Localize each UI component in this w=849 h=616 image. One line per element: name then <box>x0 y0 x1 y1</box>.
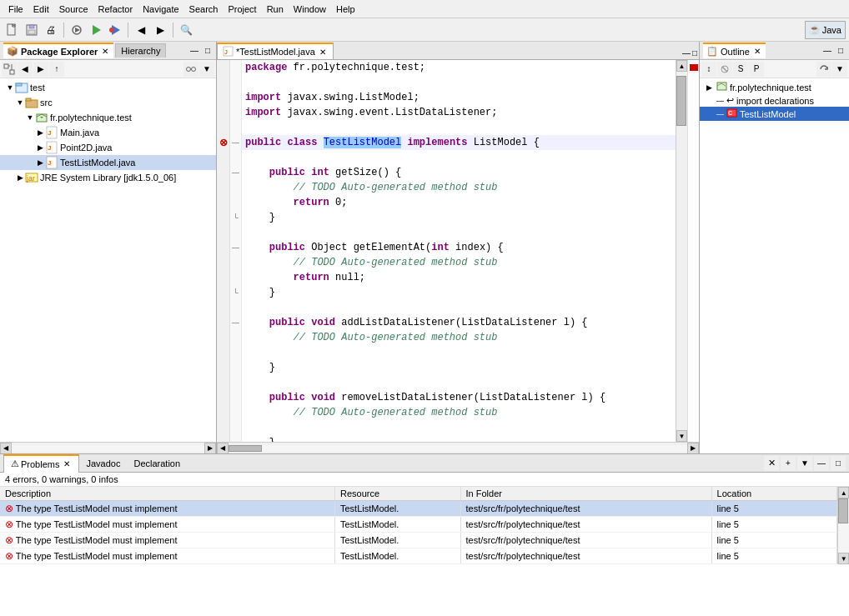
fold-16[interactable]: └ <box>230 285 241 300</box>
fold-13[interactable]: — <box>230 240 241 255</box>
editor-tab-testlistmodel[interactable]: J *TestListModel.java ✕ <box>217 43 334 59</box>
fold-11[interactable]: └ <box>230 210 241 225</box>
build-button[interactable] <box>68 21 86 39</box>
problems-collapse-btn[interactable]: ▼ <box>797 456 812 471</box>
minimize-left-btn[interactable]: — <box>188 45 201 56</box>
menu-navigate[interactable]: Navigate <box>138 3 183 16</box>
scroll-left-btn[interactable]: ◀ <box>0 443 12 454</box>
tree-item-jre[interactable]: ▶ jar JRE System Library [jdk1.5.0_06] <box>0 170 216 185</box>
problems-vscroll[interactable]: ▲ ▼ <box>837 487 849 564</box>
outline-item-imports[interactable]: — ↩ import declarations <box>700 94 849 107</box>
fold-marker-13[interactable]: — <box>232 243 239 252</box>
new-button[interactable] <box>3 21 22 39</box>
tree-expand-test[interactable]: ▼ <box>5 83 15 92</box>
left-panel-hscroll[interactable]: ◀ ▶ <box>0 442 216 453</box>
package-explorer-close[interactable]: ✕ <box>100 47 110 56</box>
outline-hide-non-public-btn[interactable]: P <box>749 62 764 77</box>
tree-item-point2d[interactable]: ▶ J Point2D.java <box>0 140 216 155</box>
editor-minimize-btn[interactable]: — <box>682 48 691 58</box>
col-in-folder[interactable]: In Folder <box>460 487 711 501</box>
forward-button[interactable]: ▶ <box>151 21 169 39</box>
bottom-minimize-btn[interactable]: — <box>814 456 829 471</box>
outline-menu-btn[interactable]: ▼ <box>832 62 847 77</box>
tree-arrow-point2d[interactable]: ▶ <box>35 143 45 152</box>
package-explorer-tab[interactable]: 📦 Package Explorer ✕ <box>3 43 113 58</box>
up-nav-btn[interactable]: ↑ <box>49 62 64 77</box>
fold-8[interactable]: — <box>230 165 241 180</box>
problems-tab-close[interactable]: ✕ <box>62 459 72 468</box>
back-button[interactable]: ◀ <box>132 21 150 39</box>
fold-6[interactable]: — <box>230 135 241 150</box>
print-button[interactable]: 🖨 <box>42 21 60 39</box>
menu-file[interactable]: File <box>3 3 28 16</box>
forward-nav-btn[interactable]: ▶ <box>33 62 48 77</box>
outline-sync-btn[interactable] <box>816 62 831 77</box>
tree-item-package[interactable]: ▼ fr.polytechnique.test <box>0 110 216 125</box>
outline-hide-static-btn[interactable]: S <box>733 62 748 77</box>
problems-scroll-up[interactable]: ▲ <box>838 487 849 498</box>
editor-hscroll[interactable]: ◀ ▶ <box>217 442 699 453</box>
problems-scroll-thumb[interactable] <box>838 498 848 523</box>
collapse-all-btn[interactable] <box>2 62 17 77</box>
menu-window[interactable]: Window <box>289 3 331 16</box>
hscroll-thumb[interactable] <box>229 445 262 452</box>
vscroll-thumb[interactable] <box>676 76 686 126</box>
perspective-button[interactable]: ☕ Java <box>805 21 846 39</box>
tree-item-test[interactable]: ▼ test <box>0 80 216 95</box>
outline-expand-class[interactable]: — <box>716 110 726 118</box>
hierarchy-tab[interactable]: Hierarchy <box>115 43 166 58</box>
problem-row-3[interactable]: ⊗ The type TestListModel must implement … <box>0 548 837 564</box>
code-content[interactable]: package fr.polytechnique.test; import ja… <box>242 60 676 442</box>
problem-row-0[interactable]: ⊗ The type TestListModel must implement … <box>0 501 837 517</box>
hscroll-left-btn[interactable]: ◀ <box>217 443 229 454</box>
tree-arrow-testlistmodel[interactable]: ▶ <box>35 158 45 167</box>
view-menu-btn[interactable]: ▼ <box>199 62 214 77</box>
menu-search[interactable]: Search <box>184 3 224 16</box>
maximize-right-btn[interactable]: □ <box>836 45 846 56</box>
hscroll-track[interactable] <box>229 445 687 452</box>
bottom-maximize-btn[interactable]: □ <box>831 456 846 471</box>
tree-arrow-main[interactable]: ▶ <box>35 128 45 137</box>
problems-clear-btn[interactable]: ✕ <box>764 456 779 471</box>
problem-row-2[interactable]: ⊗ The type TestListModel must implement … <box>0 533 837 548</box>
fold-18[interactable]: — <box>230 315 241 330</box>
problems-scroll-down[interactable]: ▼ <box>838 553 849 564</box>
declaration-tab[interactable]: Declaration <box>127 454 187 473</box>
menu-source[interactable]: Source <box>54 3 93 16</box>
col-location[interactable]: Location <box>711 487 837 501</box>
outline-item-class[interactable]: — C TestListModel <box>700 107 849 121</box>
col-resource[interactable]: Resource <box>334 487 460 501</box>
vscroll-track[interactable] <box>676 72 687 430</box>
run-button[interactable] <box>87 21 105 39</box>
outline-close[interactable]: ✕ <box>752 47 762 56</box>
javadoc-tab[interactable]: Javadoc <box>79 454 127 473</box>
outline-hide-fields-btn[interactable] <box>717 62 732 77</box>
problems-tab[interactable]: ⚠ Problems ✕ <box>3 454 79 473</box>
outline-item-package[interactable]: ▶ fr.polytechnique.test <box>700 80 849 94</box>
col-description[interactable]: Description <box>0 487 334 501</box>
problem-row-1[interactable]: ⊗ The type TestListModel must implement … <box>0 517 837 533</box>
editor-maximize-btn[interactable]: □ <box>692 48 697 58</box>
fold-marker-18[interactable]: — <box>232 318 239 327</box>
fold-marker-8[interactable]: — <box>232 168 239 177</box>
tree-item-main[interactable]: ▶ J Main.java <box>0 125 216 140</box>
menu-run[interactable]: Run <box>262 3 289 16</box>
tree-expand-src[interactable]: ▼ <box>15 98 25 107</box>
tree-item-src[interactable]: ▼ src <box>0 95 216 110</box>
minimize-right-btn[interactable]: — <box>821 45 834 56</box>
maximize-left-btn[interactable]: □ <box>203 45 213 56</box>
tree-expand-jre[interactable]: ▶ <box>15 173 25 182</box>
vscroll-down-btn[interactable]: ▼ <box>676 430 687 442</box>
outline-expand-pkg[interactable]: ▶ <box>706 83 716 92</box>
hscroll-right-btn[interactable]: ▶ <box>687 443 699 454</box>
problems-scroll-track[interactable] <box>838 498 849 553</box>
scroll-right-btn[interactable]: ▶ <box>204 443 216 454</box>
tree-expand-package[interactable]: ▼ <box>25 113 35 122</box>
menu-help[interactable]: Help <box>331 3 360 16</box>
problems-new-task-btn[interactable]: + <box>781 456 796 471</box>
menu-refactor[interactable]: Refactor <box>93 3 138 16</box>
fold-marker-6[interactable]: — <box>232 138 239 147</box>
menu-project[interactable]: Project <box>223 3 261 16</box>
menu-edit[interactable]: Edit <box>28 3 54 16</box>
link-editor-btn[interactable] <box>183 62 198 77</box>
